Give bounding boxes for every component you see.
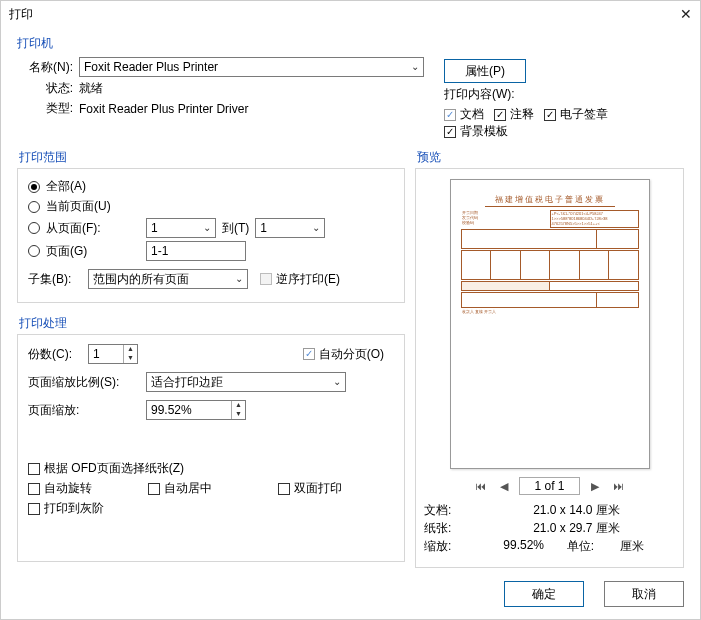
bg-checkbox[interactable]: 背景模板 xyxy=(444,123,508,140)
close-icon[interactable]: ✕ xyxy=(680,6,692,22)
print-content-label: 打印内容(W): xyxy=(444,86,515,103)
radio-from[interactable]: 从页面(F): xyxy=(28,220,146,237)
subset-label: 子集(B): xyxy=(28,271,88,288)
autorotate-checkbox[interactable]: 自动旋转 xyxy=(28,480,138,497)
preview-box: 福建增值税电子普通发票 开票日期发票代码校验码 +P<-7&1-*074201<… xyxy=(415,168,684,568)
scale-label: 页面缩放: xyxy=(28,402,146,419)
from-page-select[interactable]: 1⌄ xyxy=(146,218,216,238)
printer-group-title: 打印机 xyxy=(17,31,684,54)
radio-page[interactable]: 页面(G) xyxy=(28,243,146,260)
radio-current[interactable]: 当前页面(U) xyxy=(28,198,111,215)
printer-section: 打印机 名称(N): Foxit Reader Plus Printer ⌄ 状… xyxy=(11,27,690,145)
ok-button[interactable]: 确定 xyxy=(504,581,584,607)
duplex-checkbox[interactable]: 双面打印 xyxy=(278,480,342,497)
printer-name-value: Foxit Reader Plus Printer xyxy=(84,60,218,74)
preview-page: 福建增值税电子普通发票 开票日期发票代码校验码 +P<-7&1-*074201<… xyxy=(450,179,650,469)
handling-title: 打印处理 xyxy=(17,311,405,334)
name-label: 名称(N): xyxy=(17,59,79,76)
copies-label: 份数(C): xyxy=(28,346,88,363)
chevron-down-icon: ⌄ xyxy=(312,222,320,233)
nav-last-icon[interactable]: ⏭ xyxy=(610,478,628,494)
scale-mode-label: 页面缩放比例(S): xyxy=(28,374,146,391)
preview-info: 文档:21.0 x 14.0 厘米 纸张:21.0 x 29.7 厘米 缩放: … xyxy=(424,501,675,556)
nav-page-label: 1 of 1 xyxy=(519,477,579,495)
nav-prev-icon[interactable]: ◀ xyxy=(495,478,513,494)
chevron-down-icon: ⌄ xyxy=(411,61,419,72)
scale-spinner[interactable]: 99.52%▲▼ xyxy=(146,400,246,420)
preview-nav: ⏮ ◀ 1 of 1 ▶ ⏭ xyxy=(424,477,675,495)
chevron-down-icon: ⌄ xyxy=(203,222,211,233)
nav-first-icon[interactable]: ⏮ xyxy=(471,478,489,494)
range-title: 打印范围 xyxy=(17,145,405,168)
to-label: 到(T) xyxy=(222,220,249,237)
annot-checkbox[interactable]: 注释 xyxy=(494,106,534,123)
reverse-checkbox: 逆序打印(E) xyxy=(260,271,340,288)
cancel-button[interactable]: 取消 xyxy=(604,581,684,607)
nav-next-icon[interactable]: ▶ xyxy=(586,478,604,494)
invoice-title: 福建增值税电子普通发票 xyxy=(485,194,615,207)
range-group: 全部(A) 当前页面(U) 从页面(F): 1⌄ 到(T) 1⌄ 页面(G) 1… xyxy=(17,168,405,303)
esign-checkbox[interactable]: 电子签章 xyxy=(544,106,608,123)
chevron-down-icon: ⌄ xyxy=(333,376,341,387)
copies-spinner[interactable]: 1▲▼ xyxy=(88,344,138,364)
properties-button[interactable]: 属性(P) xyxy=(444,59,526,83)
doc-checkbox: 文档 xyxy=(444,106,484,123)
type-value: Foxit Reader Plus Printer Driver xyxy=(79,102,248,116)
preview-title: 预览 xyxy=(415,145,684,168)
dialog-title: 打印 xyxy=(9,6,33,23)
to-page-select[interactable]: 1⌄ xyxy=(255,218,325,238)
printer-name-select[interactable]: Foxit Reader Plus Printer ⌄ xyxy=(79,57,424,77)
scale-mode-select[interactable]: 适合打印边距⌄ xyxy=(146,372,346,392)
ofd-checkbox[interactable]: 根据 OFD页面选择纸张(Z) xyxy=(28,460,184,477)
page-input[interactable]: 1-1 xyxy=(146,241,246,261)
collate-checkbox: 自动分页(O) xyxy=(303,346,384,363)
status-value: 就绪 xyxy=(79,80,103,97)
subset-select[interactable]: 范围内的所有页面⌄ xyxy=(88,269,248,289)
autocenter-checkbox[interactable]: 自动居中 xyxy=(148,480,268,497)
radio-all[interactable]: 全部(A) xyxy=(28,178,86,195)
type-label: 类型: xyxy=(17,100,79,117)
titlebar: 打印 ✕ xyxy=(1,1,700,27)
handling-group: 份数(C): 1▲▼ 自动分页(O) 页面缩放比例(S): 适合打印边距⌄ 页面… xyxy=(17,334,405,562)
status-label: 状态: xyxy=(17,80,79,97)
grayscale-checkbox[interactable]: 打印到灰阶 xyxy=(28,500,104,517)
chevron-down-icon: ⌄ xyxy=(235,273,243,284)
